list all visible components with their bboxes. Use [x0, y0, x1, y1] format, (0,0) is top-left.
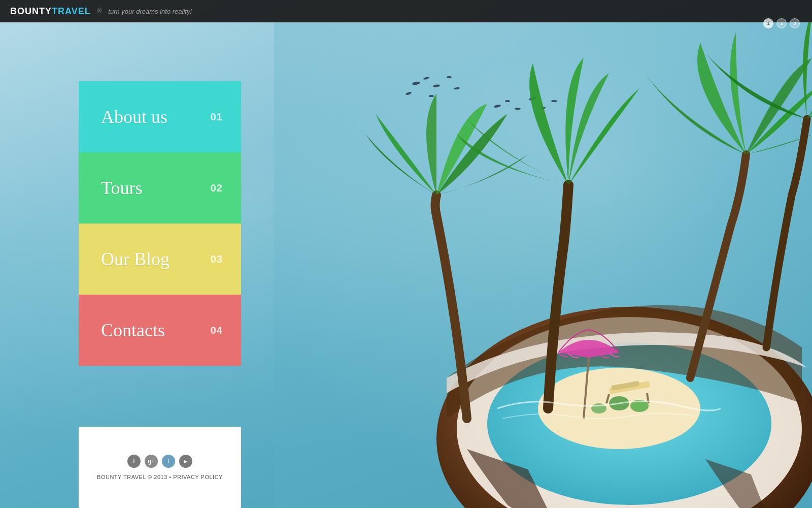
social-icons: f g+ t ▸ [127, 455, 192, 468]
sidebar-item-about-us[interactable]: About us 01 [79, 81, 241, 152]
menu-number-our-blog: 03 [211, 253, 223, 265]
sidebar-item-contacts[interactable]: Contacts 04 [79, 295, 241, 366]
menu-number-contacts: 04 [211, 325, 223, 336]
google-plus-icon[interactable]: g+ [145, 455, 158, 468]
page-dot-2[interactable]: 2 [776, 18, 787, 28]
logo-travel: TRAVEL [52, 6, 91, 17]
menu-number-about-us: 01 [211, 111, 223, 123]
page-dot-3[interactable]: 3 [790, 18, 800, 28]
facebook-icon[interactable]: f [127, 455, 141, 468]
pagination: 1 2 3 [763, 18, 800, 28]
sidebar-item-tours[interactable]: Tours 02 [79, 152, 241, 224]
menu-label-our-blog: Our Blog [101, 248, 170, 270]
topbar: BOUNTY TRAVEL ® turn your dreams into re… [0, 0, 812, 22]
sidebar-menu: About us 01 Tours 02 Our Blog 03 Contact… [79, 81, 241, 366]
footer-copyright: BOUNTY TRAVEL © 2013 • PRIVACY POLICY [97, 474, 223, 480]
sidebar-item-our-blog[interactable]: Our Blog 03 [79, 224, 241, 295]
twitter-icon[interactable]: t [162, 455, 175, 468]
logo-tagline: turn your dreams into reality! [108, 8, 192, 15]
menu-label-tours: Tours [101, 177, 142, 199]
menu-number-tours: 02 [211, 182, 223, 194]
logo-separator: ® [97, 7, 103, 15]
logo[interactable]: BOUNTY TRAVEL [10, 6, 91, 17]
rss-icon[interactable]: ▸ [179, 455, 192, 468]
menu-label-about-us: About us [101, 106, 167, 128]
footer-widget: f g+ t ▸ BOUNTY TRAVEL © 2013 • PRIVACY … [79, 427, 241, 508]
page-dot-1[interactable]: 1 [763, 18, 773, 28]
logo-bounty: BOUNTY [10, 6, 52, 17]
menu-label-contacts: Contacts [101, 320, 165, 341]
